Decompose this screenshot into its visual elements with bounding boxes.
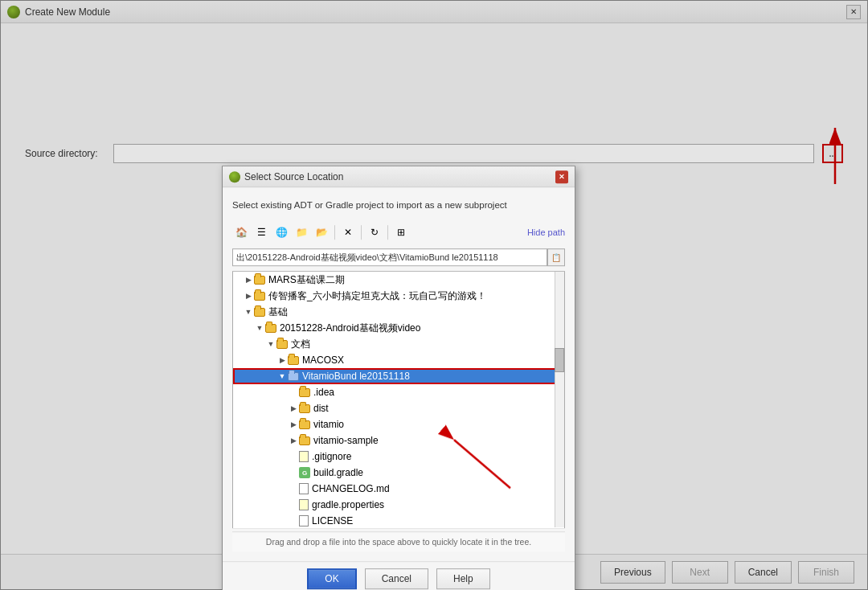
tree-toggle[interactable]: ▶ [288, 435, 299, 446]
tree-toggle[interactable]: ▶ [243, 274, 254, 285]
folder-icon [254, 276, 265, 285]
tree-item[interactable]: ▶ vitamio [233, 416, 564, 432]
scrollbar[interactable] [555, 272, 564, 527]
toolbar-home-button[interactable]: 🏠 [232, 223, 250, 241]
tree-item-selected[interactable]: ▼ VitamioBund le20151118 [233, 368, 564, 384]
select-source-modal: Select Source Location ✕ Select existing… [222, 166, 575, 590]
tree-item-label: .idea [313, 387, 334, 398]
tree-item[interactable]: ▶ 传智播客_六小时搞定坦克大战：玩自己写的游戏！ [233, 288, 564, 304]
tree-item-label: dist [313, 403, 329, 414]
gradle-icon: G [299, 467, 310, 478]
tree-container[interactable]: ▶ MARS基础课二期 ▶ 传智播客_六小时搞定坦克大战：玩自己写的游戏！ ▼ [232, 271, 565, 528]
modal-buttons: OK Cancel Help [223, 561, 575, 590]
tree-item-label: gradle.properties [312, 499, 384, 510]
file-icon [299, 483, 309, 494]
tree-toggle[interactable]: ▼ [265, 338, 276, 350]
tree-item-label: build.gradle [313, 467, 363, 478]
tree-item[interactable]: .gitignore [233, 449, 564, 465]
folder-icon [299, 388, 310, 397]
tree-item-label: VitamioBund le20151118 [302, 371, 410, 382]
tree-toggle[interactable]: ▶ [243, 290, 254, 301]
modal-help-button[interactable]: Help [436, 568, 490, 589]
tree-item[interactable]: gradle.properties [233, 497, 564, 513]
tree-item-label: LICENSE [312, 515, 353, 526]
toolbar-newfolder-button[interactable]: 📂 [313, 223, 330, 241]
scrollbar-thumb[interactable] [555, 349, 564, 373]
toolbar-folder-button[interactable]: 📁 [293, 223, 310, 241]
tree-item-label: MACOSX [302, 354, 344, 366]
tree-item-label: 文档 [291, 338, 310, 351]
tree-toggle[interactable]: ▼ [254, 322, 265, 334]
tree-toggle[interactable]: ▶ [288, 419, 299, 430]
toolbar-delete-button[interactable]: ✕ [339, 223, 357, 241]
file-icon [299, 499, 309, 510]
folder-icon-selected [288, 372, 299, 381]
toolbar-globe-button[interactable]: 🌐 [272, 223, 290, 241]
modal-title: Select Source Location [244, 171, 343, 182]
path-bar: 📋 [232, 248, 565, 266]
tree-item-label: MARS基础课二期 [268, 273, 345, 287]
tree-item[interactable]: LICENSE [233, 513, 564, 528]
tree-item-label: vitamio-sample [313, 435, 379, 446]
modal-overlay: Select Source Location ✕ Select existing… [0, 0, 868, 590]
folder-icon [276, 340, 288, 349]
folder-icon [299, 404, 310, 413]
folder-icon [288, 356, 299, 365]
tree-item-label: .gitignore [312, 451, 351, 462]
tree-item[interactable]: ▶ dist [233, 400, 564, 416]
toolbar-sep-1 [334, 225, 335, 240]
tree-toggle[interactable]: ▶ [276, 354, 288, 366]
tree-toggle[interactable]: ▼ [243, 306, 254, 318]
tree-toggle[interactable]: ▶ [288, 403, 299, 414]
modal-description: Select existing ADT or Gradle project to… [232, 197, 565, 213]
modal-cancel-button[interactable]: Cancel [365, 568, 428, 589]
folder-icon [265, 324, 276, 333]
tree-toggle[interactable]: ▼ [276, 371, 288, 382]
toolbar-sep-3 [387, 225, 388, 240]
file-icon [299, 451, 309, 462]
tree-item[interactable]: .idea [233, 384, 564, 400]
tree-item[interactable]: ▶ vitamio-sample [233, 432, 564, 449]
modal-icon [229, 171, 240, 182]
tree-item-label: CHANGELOG.md [312, 483, 390, 494]
file-icon [299, 515, 309, 526]
tree-item[interactable]: G build.gradle [233, 465, 564, 481]
toolbar-list-button[interactable]: ☰ [252, 223, 270, 241]
modal-title-bar: Select Source Location ✕ [223, 166, 575, 187]
modal-ok-button[interactable]: OK [307, 568, 356, 589]
hide-path-link[interactable]: Hide path [527, 227, 565, 237]
tree-item-label: 基础 [268, 305, 288, 319]
tree-item[interactable]: CHANGELOG.md [233, 481, 564, 497]
modal-toolbar: 🏠 ☰ 🌐 📁 📂 ✕ ↻ ⊞ Hide path [232, 221, 565, 244]
modal-title-left: Select Source Location [229, 171, 343, 182]
tree-item-label: 传智播客_六小时搞定坦克大战：玩自己写的游戏！ [268, 289, 486, 303]
tree-item[interactable]: ▼ 文档 [233, 336, 564, 352]
tree-item-label: 20151228-Android基础视频video [280, 322, 420, 335]
toolbar-views-button[interactable]: ⊞ [392, 223, 410, 241]
toolbar-refresh-button[interactable]: ↻ [366, 223, 383, 241]
folder-icon [299, 420, 310, 429]
path-input[interactable] [232, 248, 547, 266]
tree-item[interactable]: ▼ 20151228-Android基础视频video [233, 320, 564, 336]
tree-item[interactable]: ▶ MARS基础课二期 [233, 272, 564, 288]
folder-icon [254, 292, 265, 301]
modal-body: Select existing ADT or Gradle project to… [223, 187, 575, 561]
toolbar-sep-2 [361, 225, 362, 240]
folder-icon [299, 436, 310, 445]
tree-item[interactable]: ▼ 基础 [233, 304, 564, 320]
modal-hint: Drag and drop a file into the space abov… [232, 531, 565, 551]
tree-item-label: vitamio [313, 419, 344, 430]
path-browse-button[interactable]: 📋 [547, 248, 565, 266]
tree-item[interactable]: ▶ MACOSX [233, 352, 564, 368]
folder-icon [254, 308, 265, 317]
modal-close-button[interactable]: ✕ [555, 170, 568, 183]
